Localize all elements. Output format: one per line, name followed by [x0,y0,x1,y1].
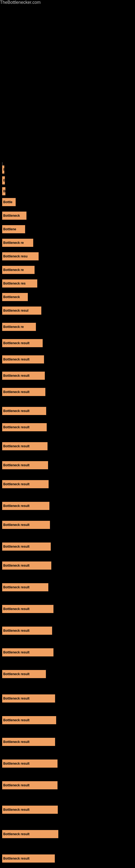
bar-label: Bottleneck result [3,857,30,860]
bar-label: Bottlene [3,227,16,231]
bar-label: Bottleneck result [3,545,30,549]
bar-label: Bottleneck result [3,808,30,812]
bar-item: Bottleneck resu [2,252,39,260]
bar-item: Bottleneck result [2,605,53,613]
site-title-bar: TheBottlenecker.com [0,0,135,5]
bar-item: Bottleneck result [2,694,55,703]
bar-item: Bottleneck result [2,442,48,450]
bar-label: Bottleneck result [3,740,30,744]
bar-label: Bottleneck result [3,762,30,766]
bar-label: Bottleneck res [3,282,26,285]
bar-label: Bottleneck result [3,463,30,467]
bar-label: Bottleneck result [3,504,30,508]
bar-item: Bottleneck result [2,781,57,789]
bar-label: Bottleneck result [3,607,30,611]
bar-item: Bottleneck result [2,388,45,396]
bar-item: Bottleneck result [2,583,48,591]
bar-item: Bottleneck result [2,480,49,488]
bar-label: Bottleneck result [3,564,30,567]
bar-label: Bottleneck result [3,425,30,429]
bar-item: Bottleneck result [2,716,56,724]
bar-label: Bottleneck resul [3,309,28,312]
bar-item: B [2,187,5,195]
bar-label: Bottleneck result [3,696,30,701]
bar-label: Bottleneck [3,214,20,218]
bar-item: Bottleneck res [2,279,37,287]
bar-item: Bottleneck result [2,461,48,469]
bar-item: Bottleneck result [2,670,46,678]
bar-label: Bottleneck result [3,629,30,632]
bar-item: Bottleneck result [2,521,50,529]
bar-label: Bottleneck resu [3,254,28,258]
bar-item: Bottleneck result [2,561,51,569]
bar-item: Bottleneck re [2,323,36,331]
bar-item: Bottleneck result [2,423,47,431]
bar-item: Bottleneck [2,212,27,220]
bar-item: Bottleneck result [2,502,49,510]
bar-label: B [3,179,5,182]
bar-label: Bottleneck re [3,268,24,272]
bar-label: Bottleneck result [3,341,30,345]
bar-label: Bottle [3,200,12,204]
bar-label: B [3,189,5,193]
bar-label: Bottleneck re [3,325,24,329]
bar-label: Bottleneck result [3,409,30,413]
bar-item: Bottleneck result [2,738,55,746]
bar-item: Bottleneck result [2,355,44,364]
bar-label: B [3,167,4,172]
bar-label: Bottleneck result [3,585,30,589]
bar-label: Bottleneck result [3,358,30,361]
bar-label: Bottleneck result [3,783,30,787]
chart-area [0,5,135,162]
bar-item: Bottleneck resul [2,307,41,315]
bar-label: Bottleneck result [3,444,30,448]
bar-label: Bottleneck result [3,374,30,378]
bar-label: Bottleneck result [3,650,30,654]
bar-item: Bottleneck result [2,407,46,415]
bar-item: Bottleneck result [2,542,51,551]
bar-label: Bottleneck [3,295,20,299]
bar-item: Bottle [2,198,16,206]
bar-item: Bottleneck result [2,339,43,347]
bar-item: B [2,165,4,174]
bar-label: Bottleneck re [3,241,24,245]
bar-label: Bottleneck result [3,718,30,722]
bar-item: Bottleneck result [2,760,57,768]
bar-item: Bottleneck result [2,830,58,838]
bar-item: Bottleneck result [2,855,55,863]
bar-item: Bottleneck re [2,266,35,274]
bar-label: Bottleneck result [3,482,30,486]
bar-item: Bottleneck [2,293,28,301]
bar-item: Bottlene [2,225,25,233]
bar-label: Bottleneck result [3,832,30,836]
bar-item: Bottleneck re [2,239,33,247]
bar-item: B [2,176,5,184]
bar-label: Bottleneck result [3,523,30,527]
bar-item: Bottleneck result [2,648,53,656]
bar-item: Bottleneck result [2,627,52,635]
bar-label: Bottleneck result [3,390,30,394]
bar-item: Bottleneck result [2,372,45,380]
bar-label: Bottleneck result [3,672,30,676]
bar-item: Bottleneck result [2,806,58,814]
axis-line [2,162,2,170]
